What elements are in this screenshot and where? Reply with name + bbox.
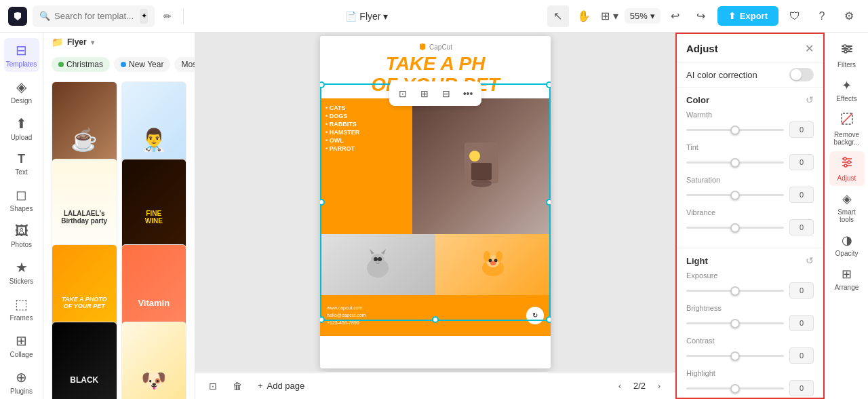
svg-rect-2 — [471, 163, 492, 180]
canvas-tool-grid1[interactable]: ⊡ — [393, 84, 412, 103]
rs-item-smart-tools[interactable]: ◈ Smart tools — [829, 187, 865, 227]
saturation-slider[interactable] — [686, 194, 784, 196]
rs-item-opacity[interactable]: ◑ Opacity — [829, 229, 865, 261]
studio-placeholder — [412, 98, 551, 234]
exposure-slider[interactable] — [686, 290, 784, 292]
search-input[interactable] — [54, 11, 136, 21]
rs-item-adjust[interactable]: Adjust — [829, 151, 865, 186]
rs-item-remove-bg[interactable]: Remove backgr... — [829, 108, 865, 150]
shield-button[interactable]: 🛡 — [784, 5, 806, 27]
effects-icon: ✦ — [842, 78, 852, 93]
corgi-photo — [435, 234, 551, 295]
export-button[interactable]: ⬆ Export — [717, 6, 778, 26]
sidebar-item-collage[interactable]: ⊞ Collage — [4, 328, 39, 362]
sidebar-item-shapes[interactable]: ◻ Shapes — [4, 183, 39, 216]
tab-more[interactable]: Mos... — [174, 57, 195, 72]
brightness-value[interactable]: 0 — [789, 315, 814, 331]
page-prev-button[interactable]: ‹ — [612, 378, 628, 394]
template-card[interactable]: 🐶 — [121, 322, 187, 399]
vibrance-value[interactable]: 0 — [789, 219, 814, 235]
page-next-button[interactable]: › — [651, 378, 667, 394]
duplicate-button[interactable]: ⊡ — [203, 377, 222, 396]
redo-button[interactable]: ↪ — [690, 5, 712, 27]
tab-newyear[interactable]: New Year — [114, 57, 170, 72]
tint-slider[interactable] — [686, 162, 784, 164]
undo-button[interactable]: ↩ — [665, 5, 686, 27]
saturation-slider-row: Saturation 0 — [686, 176, 814, 203]
collage-icon: ⊞ — [16, 332, 27, 349]
app-logo[interactable] — [8, 7, 27, 26]
rs-item-filters[interactable]: Filters — [829, 38, 865, 73]
contrast-value[interactable]: 0 — [789, 347, 814, 364]
canvas-tool-copy[interactable]: ⊟ — [437, 84, 456, 103]
canvas-content[interactable]: CapCut TAKE A PHOF YOUR PET CATS DOGS RA… — [195, 33, 675, 372]
color-section-header: Color ↺ — [686, 94, 814, 105]
layout-tool-button[interactable]: ⊞ ▾ — [599, 5, 620, 27]
ai-search-icon[interactable]: ✦ — [140, 9, 148, 24]
stickers-icon: ★ — [16, 259, 28, 276]
panel-section-label: 📁 Flyer ▾ — [43, 33, 195, 52]
highlight-label: Highlight — [686, 369, 814, 377]
brand-logo: CapCut — [320, 36, 551, 54]
adjust-panel: Adjust ✕ AI color correction Color ↺ War… — [675, 33, 825, 399]
svg-point-16 — [490, 261, 496, 265]
saturation-value[interactable]: 0 — [789, 187, 814, 203]
sidebar-item-templates[interactable]: ⊟ Templates — [4, 38, 39, 72]
document-name[interactable]: 📄 Flyer ▾ — [345, 11, 388, 22]
search-bar[interactable]: 🔍 ✦ — [33, 5, 155, 27]
light-reset-button[interactable]: ↺ — [806, 255, 814, 266]
template-card[interactable]: BLACK — [52, 322, 117, 399]
exposure-value[interactable]: 0 — [789, 282, 814, 299]
frames-icon: ⬚ — [15, 296, 28, 312]
sidebar-item-plugins[interactable]: ⊕ Plugins — [4, 365, 39, 399]
color-section-title: Color — [686, 95, 709, 105]
sidebar-item-design[interactable]: ◈ Design — [4, 75, 39, 109]
cursor-tool-button[interactable]: ↖ — [547, 5, 569, 27]
sidebar-item-photos[interactable]: 🖼 Photos — [4, 219, 39, 252]
ai-correction-toggle[interactable] — [789, 68, 814, 81]
hand-tool-button[interactable]: ✋ — [573, 5, 595, 27]
tab-christmas[interactable]: Christmas — [52, 57, 110, 72]
light-section: Light ↺ Exposure 0 Brightness — [677, 248, 823, 399]
design-icon: ◈ — [16, 79, 26, 95]
bottom-photos-row — [320, 234, 551, 295]
canvas-tool-grid2[interactable]: ⊞ — [415, 84, 434, 103]
dot-christmas — [58, 62, 64, 67]
rs-item-effects[interactable]: ✦ Effects — [829, 74, 865, 107]
sidebar-item-text[interactable]: T Text — [4, 148, 39, 180]
contrast-slider[interactable] — [686, 355, 784, 357]
color-reset-button[interactable]: ↺ — [806, 94, 814, 105]
sidebar-item-frames[interactable]: ⬚ Frames — [4, 292, 39, 326]
list-item: PARROT — [326, 145, 407, 153]
edit-pencil-icon[interactable]: ✏ — [160, 9, 175, 24]
brightness-slider[interactable] — [686, 322, 784, 324]
tint-label: Tint — [686, 143, 814, 151]
canvas-tool-more[interactable]: ••• — [458, 84, 477, 103]
tint-control: 0 — [686, 154, 814, 170]
vibrance-slider[interactable] — [686, 227, 784, 229]
highlight-slider[interactable] — [686, 387, 784, 390]
delete-button[interactable]: 🗑 — [228, 377, 247, 396]
zoom-control[interactable]: 55% ▾ — [625, 8, 660, 24]
adjust-close-button[interactable]: ✕ — [805, 42, 814, 55]
svg-point-28 — [844, 157, 846, 160]
chevron-down-icon: ▾ — [650, 11, 655, 21]
warmth-slider[interactable] — [686, 129, 784, 131]
canvas-bottom-bar: ⊡ 🗑 + Add page ‹ 2/2 › — [195, 372, 675, 399]
brightness-slider-row: Brightness 0 — [686, 304, 814, 331]
plus-icon: + — [258, 381, 263, 391]
chevron-down-icon: ▾ — [383, 11, 388, 22]
tint-value[interactable]: 0 — [789, 154, 814, 170]
sidebar-item-upload[interactable]: ⬆ Upload — [4, 111, 39, 145]
add-page-button[interactable]: + Add page — [252, 378, 310, 394]
brightness-label: Brightness — [686, 304, 814, 312]
rs-item-arrange[interactable]: ⊞ Arrange — [829, 263, 865, 295]
export-icon: ⬆ — [728, 11, 736, 21]
warmth-value[interactable]: 0 — [789, 121, 814, 138]
settings-button[interactable]: ⚙ — [838, 5, 860, 27]
exposure-slider-row: Exposure 0 — [686, 271, 814, 299]
help-button[interactable]: ? — [811, 5, 833, 27]
highlight-value[interactable]: 0 — [789, 380, 814, 396]
sidebar-item-stickers[interactable]: ★ Stickers — [4, 255, 39, 289]
vibrance-label: Vibrance — [686, 208, 814, 216]
